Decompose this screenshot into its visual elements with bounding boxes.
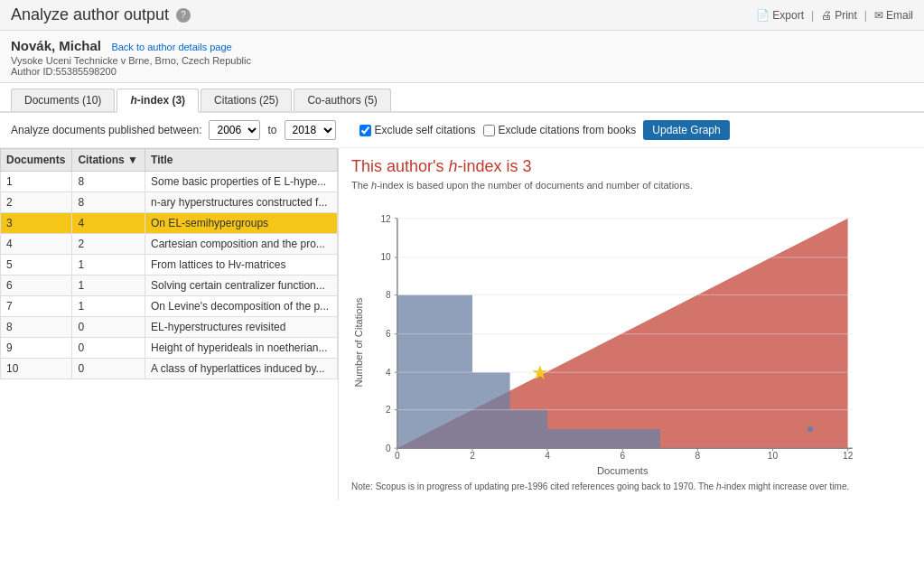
export-icon: 📄 (756, 9, 770, 22)
author-name-row: Novák, Michal Back to author details pag… (11, 38, 913, 53)
exclude-books-checkbox[interactable] (483, 125, 495, 136)
author-id: Author ID:55385598200 (11, 66, 913, 77)
cell-citations: 4 (72, 213, 145, 234)
author-name: Novák, Michal (11, 38, 101, 53)
table-row[interactable]: 7 1 On Levine's decomposition of the p..… (1, 296, 338, 317)
tab-bar: Documents (10) h-index (3) Citations (25… (0, 83, 924, 113)
svg-text:8: 8 (386, 290, 391, 300)
svg-text:2: 2 (386, 405, 391, 415)
header-right: 📄 Export | 🖨 Print | ✉ Email (756, 9, 913, 22)
email-icon: ✉ (874, 9, 883, 22)
email-link[interactable]: ✉ Email (874, 9, 913, 22)
svg-text:10: 10 (768, 451, 779, 461)
cell-citations: 1 (72, 276, 145, 296)
cell-title: On EL-semihypergroups (145, 213, 338, 234)
cell-doc: 7 (1, 296, 72, 317)
chart-container: Number of Citations ★ (351, 198, 866, 478)
svg-text:4: 4 (386, 368, 391, 378)
table-row[interactable]: 5 1 From lattices to Hv-matrices (1, 255, 338, 276)
cell-doc: 2 (1, 192, 72, 213)
author-back-link[interactable]: Back to author details page (104, 38, 231, 53)
cell-doc: 6 (1, 276, 72, 296)
exclude-self-label[interactable]: Exclude self citations (359, 124, 476, 136)
svg-text:12: 12 (380, 214, 391, 224)
chart-subtitle: The h-index is based upon the number of … (351, 180, 911, 191)
tab-documents[interactable]: Documents (10) (11, 89, 115, 111)
cell-title: On Levine's decomposition of the p... (145, 296, 338, 317)
y-axis-label: Number of Citations (353, 297, 364, 387)
cell-doc: 5 (1, 255, 72, 276)
table-row[interactable]: 6 1 Solving certain centralizer function… (1, 276, 338, 296)
exclude-self-checkbox[interactable] (359, 125, 371, 136)
data-dot-11 (807, 426, 813, 432)
filter-bar: Analyze documents published between: 200… (0, 113, 924, 148)
x-axis-label: Documents (597, 465, 649, 476)
cell-title: From lattices to Hv-matrices (145, 255, 338, 276)
svg-text:6: 6 (620, 451, 625, 461)
cell-doc: 10 (1, 359, 72, 379)
svg-text:0: 0 (395, 451, 400, 461)
header-left: Analyze author output ? (11, 5, 191, 24)
separator-2: | (864, 9, 867, 22)
from-year-select[interactable]: 2006200720082009 2010201120122013 201420… (209, 120, 260, 140)
cell-citations: 0 (72, 359, 145, 379)
exclude-books-label[interactable]: Exclude citations from books (483, 124, 637, 136)
help-icon[interactable]: ? (176, 8, 191, 23)
cell-citations: 2 (72, 234, 145, 255)
chart-note: Note: Scopus is in progress of updating … (351, 481, 875, 491)
cell-citations: 1 (72, 255, 145, 276)
col-citations[interactable]: Citations ▼ (72, 149, 145, 172)
svg-text:10: 10 (380, 253, 391, 263)
separator-1: | (811, 9, 814, 22)
svg-text:8: 8 (695, 451, 701, 461)
table-row[interactable]: 8 0 EL-hyperstructures revisited (1, 317, 338, 338)
cell-citations: 0 (72, 338, 145, 359)
update-graph-button[interactable]: Update Graph (643, 120, 729, 140)
table-row[interactable]: 2 8 n-ary hyperstructures constructed f.… (1, 192, 338, 213)
table-row[interactable]: 3 4 On EL-semihypergroups (1, 213, 338, 234)
cell-citations: 8 (72, 192, 145, 213)
cell-title: Some basic properties of E L-hype... (145, 172, 338, 192)
chart-title: This author's h-index is 3 (351, 157, 911, 176)
cell-doc: 1 (1, 172, 72, 192)
cell-title: A class of hyperlattices induced by... (145, 359, 338, 379)
author-institution: Vysoke Uceni Technicke v Brne, Brno, Cze… (11, 55, 913, 66)
table-row[interactable]: 4 2 Cartesian composition and the pro... (1, 234, 338, 255)
cell-doc: 8 (1, 317, 72, 338)
col-documents: Documents (1, 149, 72, 172)
hindex-chart: Number of Citations ★ (351, 198, 866, 478)
print-link[interactable]: 🖨 Print (821, 9, 857, 22)
cell-title: Height of hyperideals in noetherian... (145, 338, 338, 359)
print-icon: 🖨 (821, 9, 832, 22)
cell-doc: 3 (1, 213, 72, 234)
cell-citations: 8 (72, 172, 145, 192)
cell-citations: 1 (72, 296, 145, 317)
cell-doc: 4 (1, 234, 72, 255)
author-info: Novák, Michal Back to author details pag… (0, 31, 924, 83)
cell-title: Cartesian composition and the pro... (145, 234, 338, 255)
table-row[interactable]: 1 8 Some basic properties of E L-hype... (1, 172, 338, 192)
tab-hindex[interactable]: h-index (3) (117, 89, 199, 113)
to-year-select[interactable]: 2006200720082009 2010201120122013 201420… (285, 120, 336, 140)
to-label: to (267, 124, 276, 136)
svg-text:6: 6 (386, 329, 391, 339)
table-row[interactable]: 10 0 A class of hyperlattices induced by… (1, 359, 338, 379)
chart-section: This author's h-index is 3 The h-index i… (339, 148, 924, 500)
tab-citations[interactable]: Citations (25) (201, 89, 292, 111)
svg-text:12: 12 (843, 451, 854, 461)
page-header: Analyze author output ? 📄 Export | 🖨 Pri… (0, 0, 924, 31)
svg-text:0: 0 (386, 444, 391, 453)
cell-title: n-ary hyperstructures constructed f... (145, 192, 338, 213)
tab-coauthors[interactable]: Co-authors (5) (294, 89, 390, 111)
cell-doc: 9 (1, 338, 72, 359)
table-section: Documents Citations ▼ Title 1 8 Some bas… (0, 148, 339, 500)
main-content: Documents Citations ▼ Title 1 8 Some bas… (0, 148, 924, 500)
page-title: Analyze author output (11, 5, 169, 24)
table-row[interactable]: 9 0 Height of hyperideals in noetherian.… (1, 338, 338, 359)
filter-label: Analyze documents published between: (11, 124, 201, 136)
export-link[interactable]: 📄 Export (756, 9, 804, 22)
cell-citations: 0 (72, 317, 145, 338)
col-title: Title (145, 149, 338, 172)
svg-text:4: 4 (545, 451, 550, 461)
h-italic: h (448, 157, 457, 175)
